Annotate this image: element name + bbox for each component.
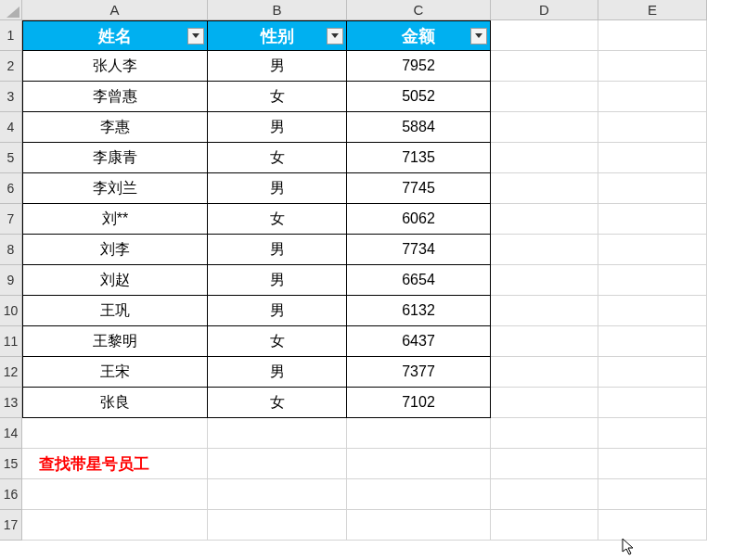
cell-C7[interactable]: 6062	[347, 204, 491, 235]
cell-B11[interactable]: 女	[208, 326, 347, 357]
column-header-A[interactable]: A	[22, 0, 208, 20]
cell-A8[interactable]: 刘李	[22, 235, 208, 265]
cell-B3[interactable]: 女	[208, 82, 347, 112]
cell-A12[interactable]: 王宋	[22, 357, 208, 388]
select-all-corner[interactable]	[0, 0, 22, 20]
cell-C12[interactable]: 7377	[347, 357, 491, 388]
column-header-C[interactable]: C	[347, 0, 491, 20]
filter-dropdown-icon[interactable]	[327, 28, 343, 45]
cell-B6[interactable]: 男	[208, 173, 347, 204]
cell-A11[interactable]: 王黎明	[22, 326, 208, 357]
cell-C9[interactable]: 6654	[347, 265, 491, 296]
cell-B15[interactable]	[208, 449, 347, 479]
cell-C8[interactable]: 7734	[347, 235, 491, 265]
cell-grid[interactable]: 姓名性别金额张人李男7952李曾惠女5052李惠男5884李康青女7135李刘兰…	[22, 20, 707, 541]
cell-E4[interactable]	[598, 112, 707, 143]
cell-B14[interactable]	[208, 418, 347, 449]
cell-A17[interactable]	[22, 510, 208, 541]
cell-B13[interactable]: 女	[208, 388, 347, 418]
cell-E14[interactable]	[598, 418, 707, 449]
cell-E5[interactable]	[598, 143, 707, 173]
cell-C11[interactable]: 6437	[347, 326, 491, 357]
cell-D1[interactable]	[491, 20, 598, 51]
cell-B17[interactable]	[208, 510, 347, 541]
row-header-11[interactable]: 11	[0, 326, 22, 357]
cell-C14[interactable]	[347, 418, 491, 449]
cell-A6[interactable]: 李刘兰	[22, 173, 208, 204]
cell-D9[interactable]	[491, 265, 598, 296]
row-header-9[interactable]: 9	[0, 265, 22, 296]
cell-E16[interactable]	[598, 479, 707, 510]
row-header-16[interactable]: 16	[0, 479, 22, 510]
row-header-7[interactable]: 7	[0, 204, 22, 235]
row-header-5[interactable]: 5	[0, 143, 22, 173]
cell-A16[interactable]	[22, 479, 208, 510]
cell-A10[interactable]: 王巩	[22, 296, 208, 326]
cell-D7[interactable]	[491, 204, 598, 235]
cell-A15[interactable]: 查找带星号员工	[22, 449, 208, 479]
row-header-4[interactable]: 4	[0, 112, 22, 143]
cell-B16[interactable]	[208, 479, 347, 510]
cell-C17[interactable]	[347, 510, 491, 541]
column-header-E[interactable]: E	[598, 0, 707, 20]
cell-E8[interactable]	[598, 235, 707, 265]
cell-D12[interactable]	[491, 357, 598, 388]
row-header-1[interactable]: 1	[0, 20, 22, 51]
cell-D15[interactable]	[491, 449, 598, 479]
cell-C4[interactable]: 5884	[347, 112, 491, 143]
cell-D8[interactable]	[491, 235, 598, 265]
cell-B7[interactable]: 女	[208, 204, 347, 235]
cell-D11[interactable]	[491, 326, 598, 357]
cell-C2[interactable]: 7952	[347, 51, 491, 82]
filter-dropdown-icon[interactable]	[187, 28, 204, 45]
row-header-14[interactable]: 14	[0, 418, 22, 449]
cell-D14[interactable]	[491, 418, 598, 449]
filter-dropdown-icon[interactable]	[470, 28, 487, 45]
cell-E15[interactable]	[598, 449, 707, 479]
cell-D2[interactable]	[491, 51, 598, 82]
cell-A5[interactable]: 李康青	[22, 143, 208, 173]
cell-D4[interactable]	[491, 112, 598, 143]
cell-B9[interactable]: 男	[208, 265, 347, 296]
cell-B1[interactable]: 性别	[208, 20, 347, 51]
row-header-3[interactable]: 3	[0, 82, 22, 112]
cell-C5[interactable]: 7135	[347, 143, 491, 173]
cell-E3[interactable]	[598, 82, 707, 112]
cell-B5[interactable]: 女	[208, 143, 347, 173]
row-header-8[interactable]: 8	[0, 235, 22, 265]
row-header-2[interactable]: 2	[0, 51, 22, 82]
cell-C16[interactable]	[347, 479, 491, 510]
cell-B10[interactable]: 男	[208, 296, 347, 326]
cell-A9[interactable]: 刘赵	[22, 265, 208, 296]
row-header-6[interactable]: 6	[0, 173, 22, 204]
cell-A1[interactable]: 姓名	[22, 20, 208, 51]
cell-A13[interactable]: 张良	[22, 388, 208, 418]
cell-E10[interactable]	[598, 296, 707, 326]
row-header-13[interactable]: 13	[0, 388, 22, 418]
cell-E1[interactable]	[598, 20, 707, 51]
cell-D16[interactable]	[491, 479, 598, 510]
cell-E9[interactable]	[598, 265, 707, 296]
cell-D10[interactable]	[491, 296, 598, 326]
row-header-17[interactable]: 17	[0, 510, 22, 541]
column-header-D[interactable]: D	[491, 0, 598, 20]
cell-A14[interactable]	[22, 418, 208, 449]
cell-D17[interactable]	[491, 510, 598, 541]
cell-E13[interactable]	[598, 388, 707, 418]
cell-E17[interactable]	[598, 510, 707, 541]
cell-D13[interactable]	[491, 388, 598, 418]
cell-E6[interactable]	[598, 173, 707, 204]
row-header-12[interactable]: 12	[0, 357, 22, 388]
row-header-10[interactable]: 10	[0, 296, 22, 326]
cell-E7[interactable]	[598, 204, 707, 235]
cell-E2[interactable]	[598, 51, 707, 82]
cell-C10[interactable]: 6132	[347, 296, 491, 326]
cell-D6[interactable]	[491, 173, 598, 204]
cell-B12[interactable]: 男	[208, 357, 347, 388]
cell-B4[interactable]: 男	[208, 112, 347, 143]
cell-C13[interactable]: 7102	[347, 388, 491, 418]
cell-C1[interactable]: 金额	[347, 20, 491, 51]
cell-E12[interactable]	[598, 357, 707, 388]
cell-B2[interactable]: 男	[208, 51, 347, 82]
cell-C3[interactable]: 5052	[347, 82, 491, 112]
